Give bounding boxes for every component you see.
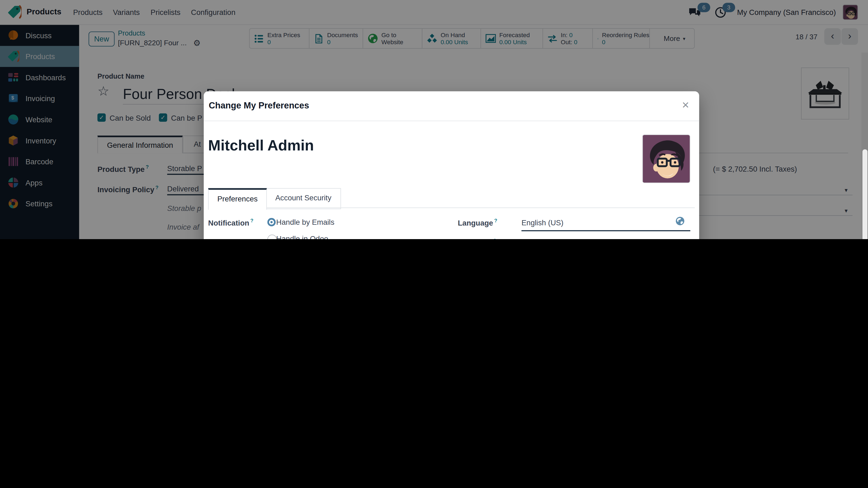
dialog-title: Change My Preferences	[209, 101, 309, 110]
language-value[interactable]: English (US)	[521, 219, 563, 227]
radio-handle-in-odoo[interactable]	[268, 234, 277, 239]
language-label: Language?	[458, 218, 497, 227]
timezone-label: Timezone?	[458, 238, 496, 239]
language-globe-icon[interactable]	[675, 216, 685, 226]
user-name-heading: Mitchell Admin	[208, 137, 314, 154]
tab-preferences[interactable]: Preferences	[208, 188, 267, 210]
odoo-app-window: Products Products Variants Pricelists Co…	[0, 0, 868, 239]
radio-handle-by-emails-label: Handle by Emails	[276, 218, 334, 226]
scrollbar-thumb[interactable]	[863, 150, 867, 239]
change-preferences-dialog: Change My Preferences × Mitchell Admin P…	[204, 91, 699, 239]
radio-handle-by-emails[interactable]	[268, 218, 276, 226]
user-profile-photo[interactable]	[642, 134, 690, 183]
radio-handle-in-odoo-label: Handle in Odoo	[276, 234, 328, 239]
close-icon[interactable]: ×	[682, 99, 689, 110]
tab-account-security[interactable]: Account Security	[266, 188, 341, 209]
language-underline	[521, 230, 690, 231]
timezone-value[interactable]: Europe/Vienna	[521, 238, 571, 239]
dialog-header-divider	[204, 121, 699, 121]
notification-label: Notification?	[208, 218, 253, 227]
